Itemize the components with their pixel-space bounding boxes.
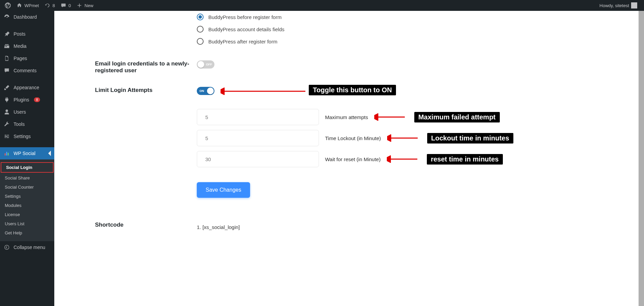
- sidebar-item-media[interactable]: Media: [0, 40, 54, 52]
- collapse-icon: [3, 244, 10, 251]
- plug-icon: [3, 96, 10, 103]
- limit-login-label: Limit Login Attempts: [95, 87, 190, 94]
- user-icon: [3, 109, 10, 115]
- email-creds-label: Email login credentials to a newly-regis…: [95, 60, 190, 74]
- input-max-attempts[interactable]: [197, 109, 319, 125]
- arrow-icon: [221, 88, 309, 95]
- sidebar-item-appearance[interactable]: Appearance: [0, 81, 54, 94]
- sidebar-item-label: Posts: [14, 31, 25, 37]
- sidebar-item-label: Plugins: [14, 97, 29, 102]
- sidebar-item-label: Users: [14, 109, 26, 115]
- plugins-badge: 8: [34, 97, 40, 102]
- shortcode-heading: Shortcode: [95, 222, 190, 228]
- wp-logo[interactable]: [2, 0, 14, 11]
- collapse-label: Collapse menu: [14, 245, 45, 250]
- new-link[interactable]: New: [74, 0, 96, 11]
- radio-label: BuddyPress after register form: [208, 39, 277, 44]
- label-reset: Wait for reset (in Minute): [325, 156, 381, 162]
- updates-link[interactable]: 8: [42, 0, 58, 11]
- sub-item-users-list[interactable]: Users List: [0, 219, 54, 228]
- sidebar-item-settings[interactable]: Settings: [0, 130, 54, 142]
- sidebar-item-dashboard[interactable]: Dashboard: [0, 11, 54, 23]
- arrow-icon: [387, 155, 421, 163]
- toggle-label: ON: [200, 89, 204, 93]
- sidebar-submenu: Social Login Social Share Social Counter…: [0, 159, 54, 241]
- arrow-icon: [387, 134, 421, 142]
- svg-rect-2: [8, 153, 9, 155]
- radio-buddypress-before[interactable]: [197, 14, 204, 20]
- sub-item-modules[interactable]: Modules: [0, 201, 54, 210]
- annotation-reset: reset time in minutes: [427, 154, 503, 165]
- radio-label: BuddyPress before register form: [208, 14, 282, 20]
- howdy-text: Howdy, sitetest: [600, 3, 629, 8]
- sidebar-item-comments[interactable]: Comments: [0, 64, 54, 77]
- toggle-label: OFF: [206, 63, 212, 66]
- comments-count: 0: [69, 3, 71, 8]
- sub-item-get-help[interactable]: Get Help: [0, 228, 54, 237]
- sub-item-social-share[interactable]: Social Share: [0, 173, 54, 183]
- wrench-icon: [3, 121, 10, 128]
- media-icon: [3, 43, 10, 50]
- annotation-max-failed: Maximum failed attempt: [414, 112, 500, 122]
- comment-icon: [3, 67, 10, 74]
- sub-item-social-login[interactable]: Social Login: [1, 163, 53, 172]
- admin-bar: WPmet 8 0 New Howdy, sitetest: [0, 0, 644, 11]
- radio-buddypress-account[interactable]: [197, 26, 204, 33]
- comment-icon: [60, 2, 67, 8]
- sub-item-license[interactable]: License: [0, 210, 54, 219]
- arrow-icon: [374, 113, 408, 121]
- sidebar-item-tools[interactable]: Tools: [0, 118, 54, 130]
- plus-icon: [76, 2, 82, 8]
- dashboard-icon: [3, 14, 10, 20]
- annotation-lockout: Lockout time in minutes: [427, 133, 513, 144]
- refresh-icon: [44, 2, 51, 8]
- svg-point-3: [5, 245, 9, 250]
- brush-icon: [3, 84, 10, 91]
- sidebar-item-label: Comments: [14, 68, 37, 73]
- sub-item-settings[interactable]: Settings: [0, 192, 54, 201]
- sidebar-item-label: Tools: [14, 121, 25, 127]
- sidebar-item-label: Pages: [14, 56, 27, 61]
- svg-rect-0: [5, 153, 6, 155]
- sidebar-item-label: Appearance: [14, 85, 39, 90]
- pin-icon: [3, 31, 10, 37]
- sliders-icon: [3, 133, 10, 140]
- toggle-email-creds[interactable]: OFF: [197, 60, 214, 69]
- new-label: New: [84, 3, 93, 8]
- wordpress-icon: [5, 2, 11, 8]
- input-lockout[interactable]: [197, 130, 319, 146]
- svg-rect-1: [6, 152, 7, 156]
- radio-buddypress-after[interactable]: [197, 38, 204, 45]
- page-icon: [3, 55, 10, 62]
- admin-sidebar: Dashboard Posts Media Pages Comments App…: [0, 11, 54, 306]
- sidebar-item-pages[interactable]: Pages: [0, 52, 54, 64]
- save-button[interactable]: Save Changes: [197, 182, 250, 198]
- sidebar-item-label: Dashboard: [14, 14, 37, 20]
- howdy-link[interactable]: Howdy, sitetest: [597, 0, 640, 11]
- updates-count: 8: [53, 3, 55, 8]
- sidebar-item-wp-social[interactable]: WP Social: [0, 147, 54, 159]
- shortcode-line-1: 1. [xs_social_login]: [197, 224, 598, 230]
- label-lockout: Time Lockout (in Minute): [325, 135, 381, 141]
- comments-link[interactable]: 0: [58, 0, 74, 11]
- collapse-menu[interactable]: Collapse menu: [0, 241, 54, 253]
- home-icon: [16, 2, 22, 8]
- content-area: BuddyPress BuddyPress before register fo…: [54, 11, 644, 306]
- label-max-attempts: Maximum attempts: [325, 114, 368, 120]
- input-reset[interactable]: [197, 151, 319, 167]
- sub-item-social-counter[interactable]: Social Counter: [0, 183, 54, 192]
- avatar: [631, 2, 637, 8]
- toggle-limit-login[interactable]: ON: [197, 87, 214, 95]
- sidebar-item-label: WP Social: [14, 151, 35, 156]
- bars-icon: [3, 150, 10, 157]
- sidebar-item-posts[interactable]: Posts: [0, 28, 54, 40]
- sidebar-item-plugins[interactable]: Plugins 8: [0, 94, 54, 106]
- sidebar-item-label: Settings: [14, 134, 31, 139]
- annotation-toggle-on: Toggle this button to ON: [309, 85, 396, 95]
- site-name: WPmet: [24, 3, 39, 8]
- sidebar-item-label: Media: [14, 43, 26, 49]
- radio-label: BuddyPress account details fields: [208, 26, 284, 32]
- sidebar-item-users[interactable]: Users: [0, 106, 54, 118]
- site-name-link[interactable]: WPmet: [14, 0, 42, 11]
